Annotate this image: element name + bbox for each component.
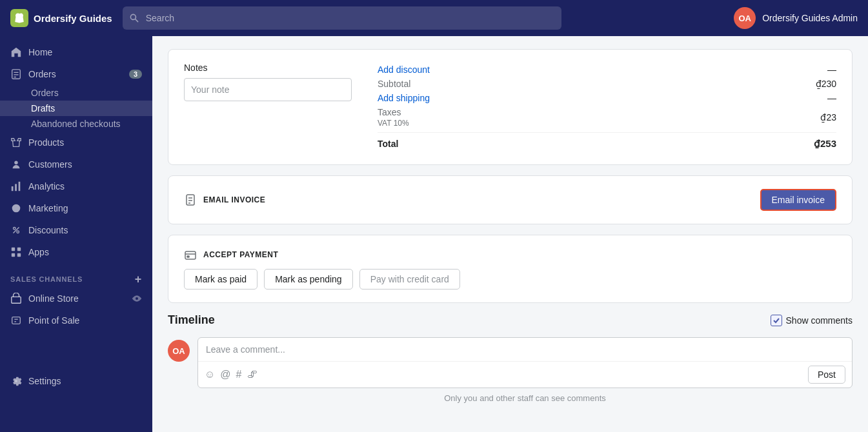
sidebar-item-pos[interactable]: Point of Sale [0, 309, 152, 331]
payment-icon [184, 248, 197, 261]
svg-rect-5 [12, 186, 14, 191]
taxes-label: Taxes VAT 10% [378, 107, 409, 128]
emoji-tool[interactable]: ☺ [205, 369, 215, 380]
notes-label: Notes [184, 63, 352, 73]
notes-input[interactable] [184, 78, 352, 101]
sidebar-label-apps: Apps [28, 247, 49, 257]
invoice-icon [184, 193, 197, 206]
add-discount-dash: — [827, 64, 836, 75]
sidebar-item-analytics[interactable]: Analytics [0, 175, 152, 197]
sidebar-item-orders[interactable]: Orders 3 [0, 63, 152, 85]
brand: Ordersify Guides [10, 9, 112, 27]
svg-rect-6 [15, 184, 17, 191]
subtotal-value: ₫230 [816, 79, 836, 89]
show-comments-label: Show comments [786, 315, 853, 326]
svg-rect-7 [19, 182, 21, 191]
sidebar-sub-drafts[interactable]: Drafts [0, 101, 152, 116]
svg-rect-17 [12, 317, 21, 324]
sidebar-sub-label-orders: Orders [31, 88, 59, 98]
svg-rect-11 [12, 248, 15, 251]
svg-point-16 [136, 297, 138, 300]
show-comments-toggle[interactable]: Show comments [771, 315, 853, 326]
search-input[interactable] [123, 6, 561, 30]
discounts-icon [10, 224, 22, 236]
checkmark-icon [772, 317, 780, 324]
sales-channels-label: SALES CHANNELS [10, 275, 83, 283]
total-label: Total [378, 139, 398, 149]
orders-badge: 3 [129, 70, 142, 79]
search-bar[interactable] [123, 6, 561, 30]
shopify-logo-icon [10, 9, 28, 27]
products-icon [10, 137, 22, 148]
post-button[interactable]: Post [808, 366, 845, 384]
pos-icon [10, 315, 22, 326]
svg-rect-14 [17, 253, 21, 257]
svg-rect-24 [185, 251, 196, 259]
timeline-title: Timeline [168, 313, 215, 327]
sidebar-item-home[interactable]: Home [0, 41, 152, 63]
subtotal-label: Subtotal [378, 79, 410, 89]
sidebar-label-online-store: Online Store [28, 293, 79, 304]
user-name: Ordersify Guides Admin [762, 13, 858, 23]
attachment-tool[interactable]: 🖇 [247, 369, 257, 380]
user-menu[interactable]: OA Ordersify Guides Admin [734, 7, 858, 29]
hashtag-tool[interactable]: # [236, 369, 242, 380]
svg-rect-26 [187, 256, 189, 257]
user-avatar: OA [734, 7, 756, 29]
search-icon [129, 13, 139, 23]
store-icon [10, 293, 22, 304]
add-sales-channel-button[interactable]: + [135, 273, 142, 285]
svg-rect-15 [12, 297, 21, 303]
mark-pending-button[interactable]: Mark as pending [264, 269, 353, 290]
svg-rect-12 [17, 248, 21, 251]
comment-input[interactable] [198, 338, 852, 361]
sidebar-label-orders: Orders [28, 69, 56, 79]
notes-pricing-card: Notes Add discount — Subtotal ₫230 [168, 49, 853, 165]
sidebar-sub-orders[interactable]: Orders [0, 85, 152, 101]
accept-payment-card: ACCEPT PAYMENT Mark as paid Mark as pend… [168, 235, 853, 303]
sidebar-item-marketing[interactable]: Marketing [0, 197, 152, 219]
svg-point-4 [14, 161, 17, 164]
svg-point-9 [17, 231, 19, 233]
sidebar-item-online-store[interactable]: Online Store [0, 288, 152, 309]
pricing-table: Add discount — Subtotal ₫230 Add shippin… [378, 63, 836, 152]
main-content: Notes Add discount — Subtotal ₫230 [152, 36, 868, 432]
total-value: ₫253 [814, 138, 836, 150]
email-invoice-button[interactable]: Email invoice [760, 189, 836, 211]
svg-rect-13 [12, 253, 15, 257]
sidebar-sub-abandoned[interactable]: Abandoned checkouts [0, 116, 152, 132]
brand-name: Ordersify Guides [34, 13, 112, 24]
settings-icon [10, 375, 22, 387]
sidebar-label-pos: Point of Sale [28, 315, 79, 326]
add-discount-link[interactable]: Add discount [378, 64, 430, 75]
comment-area: OA ☺ @ # 🖇 Post Only you and other staff… [168, 337, 853, 403]
add-shipping-dash: — [827, 93, 836, 103]
sidebar-label-analytics: Analytics [28, 181, 65, 191]
sidebar-sub-label-abandoned: Abandoned checkouts [31, 119, 121, 129]
show-comments-checkbox[interactable] [771, 315, 782, 326]
comment-toolbar: ☺ @ # 🖇 Post [198, 361, 852, 388]
sidebar-label-marketing: Marketing [28, 203, 68, 213]
svg-line-10 [14, 228, 19, 233]
mark-paid-button[interactable]: Mark as paid [184, 269, 257, 290]
orders-icon [10, 68, 22, 80]
pay-credit-button[interactable]: Pay with credit card [359, 269, 460, 290]
taxes-value: ₫23 [820, 112, 836, 123]
sidebar-item-products[interactable]: Products [0, 132, 152, 153]
comment-avatar: OA [168, 340, 190, 362]
add-shipping-link[interactable]: Add shipping [378, 93, 430, 103]
sidebar-label-products: Products [28, 137, 64, 148]
sidebar-item-customers[interactable]: Customers [0, 153, 152, 175]
accept-payment-title: ACCEPT PAYMENT [203, 250, 278, 259]
sales-channels-section: SALES CHANNELS + [0, 263, 152, 288]
svg-point-8 [14, 228, 16, 230]
home-icon [10, 46, 22, 58]
sidebar-label-home: Home [28, 47, 52, 57]
sidebar-item-apps[interactable]: Apps [0, 241, 152, 263]
sidebar-label-settings: Settings [28, 376, 61, 386]
mention-tool[interactable]: @ [220, 369, 230, 380]
sidebar-item-settings[interactable]: Settings [0, 370, 152, 392]
sidebar-label-customers: Customers [28, 159, 72, 170]
sidebar-item-discounts[interactable]: Discounts [0, 219, 152, 241]
analytics-icon [10, 181, 22, 192]
